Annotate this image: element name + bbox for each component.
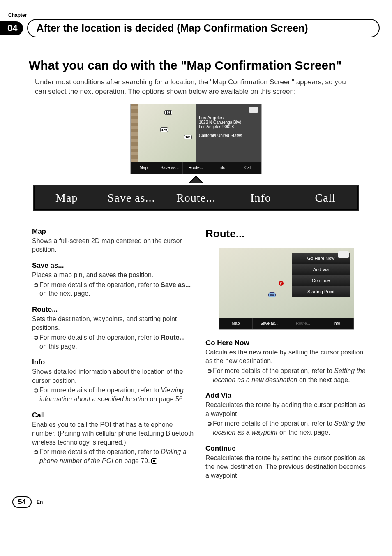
screenshot-btn-info: Info	[209, 162, 235, 174]
route-popup-menu: Go Here Now Add Via Continue Starting Po…	[292, 253, 350, 297]
info-country: California United States	[199, 133, 258, 138]
ref-add-via: ➲ For more details of the operation, ref…	[205, 419, 367, 437]
route-bbar-save: Save as...	[253, 318, 286, 329]
map-confirmation-screenshot: 101 170 101 Los Angeles 1822 N Cahuenga …	[130, 104, 262, 174]
ref-save-as: ➲ For more details of the operation, ref…	[32, 280, 194, 298]
end-section-icon	[151, 458, 157, 464]
ref-arrow-icon: ➲	[205, 419, 213, 428]
p-add-via: Recalculates the route by adding the cur…	[205, 401, 367, 418]
ref-call-suffix: on page 79.	[113, 457, 150, 464]
content-columns: Map Shows a full-screen 2D map centered …	[32, 227, 367, 480]
screenshot-map-area	[131, 104, 196, 162]
ref-route-bold: Route...	[161, 334, 185, 341]
screenshot-brick-edge	[131, 104, 138, 162]
intro-text: Under most conditions after searching fo…	[35, 78, 357, 97]
back-icon	[338, 251, 349, 258]
chapter-number-badge: 04	[0, 21, 23, 35]
route-menu-screenshot: 60 Go Here Now Add Via Continue Starting…	[219, 248, 354, 330]
info-city: Los Angeles	[199, 115, 258, 120]
button-bar-callout: Map Save as... Route... Info Call	[33, 185, 359, 211]
route-shield-170: 170	[160, 127, 168, 132]
header-title: After the location is decided (Map Confi…	[27, 19, 380, 37]
menu-continue: Continue	[292, 275, 350, 286]
h-call: Call	[32, 411, 194, 419]
language-label: En	[37, 499, 43, 505]
bar-call: Call	[293, 186, 357, 209]
screenshot-btn-route: Route...	[183, 162, 209, 174]
page-title: What you can do with the "Map Confirmati…	[29, 58, 363, 73]
ref-go-here-now: ➲ For more details of the operation, ref…	[205, 366, 367, 384]
h-route: Route...	[32, 306, 194, 314]
p-save-as: Places a map pin, and saves the position…	[32, 271, 194, 280]
screenshot-btn-map: Map	[131, 162, 157, 174]
chapter-label: Chapter	[8, 12, 392, 18]
h-map: Map	[32, 227, 194, 236]
callout-pointer	[0, 176, 392, 183]
screenshot-btn-call: Call	[235, 162, 261, 174]
page-footer: 54 En	[12, 496, 392, 508]
bar-save-as: Save as...	[99, 186, 164, 209]
ref-add-prefix: For more details of the operation, refer…	[213, 420, 334, 427]
h-save-as: Save as...	[32, 262, 194, 270]
p-continue: Recalculates the route by setting the cu…	[205, 454, 367, 480]
info-citystate: Los Angeles 90028	[199, 125, 258, 129]
route-shield-101a: 101	[164, 110, 172, 115]
route-bbar-info: Info	[320, 318, 354, 329]
h-info: Info	[32, 358, 194, 366]
right-column: Route... 60 Go Here Now Add Via Continue…	[205, 227, 367, 480]
ref-route-prefix: For more details of the operation, refer…	[39, 334, 161, 341]
h-go-here-now: Go Here Now	[205, 339, 367, 347]
menu-add-via: Add Via	[292, 264, 350, 275]
menu-starting-point: Starting Point	[292, 286, 350, 297]
p-route: Sets the destination, waypoints, and sta…	[32, 315, 194, 332]
ref-arrow-icon: ➲	[32, 386, 39, 395]
route-heading: Route...	[205, 227, 367, 240]
ref-add-suffix: on the next page.	[277, 429, 330, 436]
page-number: 54	[12, 496, 32, 508]
ref-info-suffix: on page 56.	[148, 396, 184, 403]
header-row: 04 After the location is decided (Map Co…	[0, 19, 392, 37]
p-info: Shows detailed information about the loc…	[32, 367, 194, 385]
screenshot-bottom-bar: Map Save as... Route... Info Call	[131, 162, 261, 174]
ref-call-prefix: For more details of the operation, refer…	[39, 448, 161, 455]
p-go-here-now: Calculates the new route by setting the …	[205, 348, 367, 366]
highway-shield-60: 60	[268, 292, 276, 297]
h-add-via: Add Via	[205, 392, 367, 400]
map-pin-icon	[279, 281, 284, 286]
h-continue: Continue	[205, 445, 367, 453]
route-shield-101b: 101	[184, 135, 192, 139]
ref-arrow-icon: ➲	[32, 333, 39, 342]
screenshot-btn-save: Save as...	[157, 162, 183, 174]
ref-arrow-icon: ➲	[32, 280, 39, 290]
ref-route-suffix: on this page.	[39, 343, 77, 350]
route-bottom-bar: Map Save as... Route... Info	[219, 318, 354, 329]
ref-arrow-icon: ➲	[205, 366, 213, 375]
bar-route: Route...	[164, 186, 228, 209]
ref-save-prefix: For more details of the operation, refer…	[39, 281, 161, 288]
p-map: Shows a full-screen 2D map centered on t…	[32, 236, 194, 254]
ref-info: ➲ For more details of the operation, ref…	[32, 386, 194, 403]
ref-info-prefix: For more details of the operation, refer…	[39, 387, 161, 394]
route-bbar-route: Route...	[286, 318, 320, 329]
p-call: Enables you to call the POI that has a t…	[32, 420, 194, 447]
bar-info: Info	[228, 186, 293, 209]
ref-route: ➲ For more details of the operation, ref…	[32, 333, 194, 351]
ref-save-bold: Save as...	[161, 281, 191, 288]
bar-map: Map	[35, 186, 99, 209]
info-address: 1822 N Cahuenga Blvd	[199, 120, 258, 125]
screenshot-info-panel: Los Angeles 1822 N Cahuenga Blvd Los Ang…	[196, 104, 261, 162]
ref-call: ➲ For more details of the operation, ref…	[32, 447, 194, 465]
top-screenshot-wrap: 101 170 101 Los Angeles 1822 N Cahuenga …	[0, 104, 392, 174]
back-icon	[249, 107, 258, 113]
left-column: Map Shows a full-screen 2D map centered …	[32, 227, 194, 480]
ref-save-suffix: on the next page.	[39, 290, 90, 297]
ref-go-prefix: For more details of the operation, refer…	[213, 367, 334, 374]
ref-arrow-icon: ➲	[32, 447, 39, 456]
ref-go-suffix: on the next page.	[297, 376, 350, 383]
route-bbar-map: Map	[219, 318, 253, 329]
